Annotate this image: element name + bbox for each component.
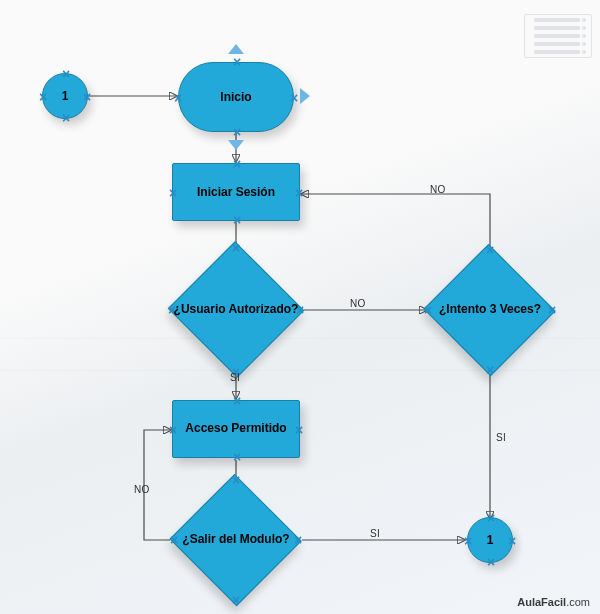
handle-icon[interactable] bbox=[294, 425, 304, 435]
handle-icon[interactable] bbox=[82, 92, 92, 102]
decision-auth[interactable]: ¿Usuario Autorizado? bbox=[168, 244, 304, 376]
handle-icon[interactable] bbox=[167, 305, 177, 315]
handle-icon[interactable] bbox=[294, 188, 304, 198]
watermark: AulaFacil.com bbox=[517, 596, 590, 608]
handle-icon[interactable] bbox=[547, 305, 557, 315]
handle-icon[interactable] bbox=[486, 557, 496, 567]
terminator-inicio-label: Inicio bbox=[220, 90, 251, 104]
edge-label-exit-no: NO bbox=[134, 484, 150, 495]
connector-in-label: 1 bbox=[62, 89, 69, 103]
handle-icon[interactable] bbox=[168, 188, 178, 198]
handle-icon[interactable] bbox=[293, 535, 303, 545]
handle-icon[interactable] bbox=[423, 305, 433, 315]
edge-label-auth-no: NO bbox=[350, 298, 366, 309]
handle-icon[interactable] bbox=[507, 536, 517, 546]
process-login-label: Iniciar Sesión bbox=[197, 185, 275, 199]
handle-icon[interactable] bbox=[232, 396, 242, 406]
edge-label-exit-si: SI bbox=[370, 528, 380, 539]
connector-out-circle[interactable]: 1 bbox=[467, 517, 513, 563]
handle-icon[interactable] bbox=[231, 475, 241, 485]
handle-icon[interactable] bbox=[61, 69, 71, 79]
connector-out-label: 1 bbox=[487, 533, 494, 547]
watermark-brand: AulaFacil bbox=[517, 596, 566, 608]
handle-icon[interactable] bbox=[173, 93, 183, 103]
handle-icon[interactable] bbox=[38, 92, 48, 102]
chevron-down-icon bbox=[228, 140, 244, 150]
handle-icon[interactable] bbox=[289, 93, 299, 103]
decision-retry[interactable]: ¿Intento 3 Veces? bbox=[424, 246, 556, 374]
chevron-right-icon bbox=[300, 88, 310, 104]
process-allowed[interactable]: Acceso Permitido bbox=[172, 400, 300, 458]
handle-icon[interactable] bbox=[168, 425, 178, 435]
watermark-suffix: .com bbox=[566, 596, 590, 608]
handle-icon[interactable] bbox=[463, 536, 473, 546]
decision-exit[interactable]: ¿Salir del Modulo? bbox=[170, 476, 302, 604]
flowchart-canvas[interactable]: 1 Inicio Iniciar Sesión ¿Usuario Autoriz… bbox=[0, 0, 600, 614]
handle-icon[interactable] bbox=[486, 513, 496, 523]
handle-icon[interactable] bbox=[485, 365, 495, 375]
edge-label-retry-si: SI bbox=[496, 432, 506, 443]
handle-icon[interactable] bbox=[231, 243, 241, 253]
handle-icon[interactable] bbox=[232, 127, 242, 137]
handle-icon[interactable] bbox=[295, 305, 305, 315]
handle-icon[interactable] bbox=[232, 452, 242, 462]
process-allowed-label: Acceso Permitido bbox=[185, 422, 286, 436]
handle-icon[interactable] bbox=[485, 245, 495, 255]
edge-label-retry-no: NO bbox=[430, 184, 446, 195]
terminator-inicio[interactable]: Inicio bbox=[178, 62, 294, 132]
handle-icon[interactable] bbox=[61, 113, 71, 123]
handle-icon[interactable] bbox=[232, 159, 242, 169]
handle-icon[interactable] bbox=[232, 215, 242, 225]
chevron-up-icon bbox=[228, 44, 244, 54]
handle-icon[interactable] bbox=[231, 367, 241, 377]
process-login[interactable]: Iniciar Sesión bbox=[172, 163, 300, 221]
connector-in-circle[interactable]: 1 bbox=[42, 73, 88, 119]
handle-icon[interactable] bbox=[231, 595, 241, 605]
circuit-decor-icon bbox=[524, 14, 594, 72]
handle-icon[interactable] bbox=[169, 535, 179, 545]
handle-icon[interactable] bbox=[232, 57, 242, 67]
